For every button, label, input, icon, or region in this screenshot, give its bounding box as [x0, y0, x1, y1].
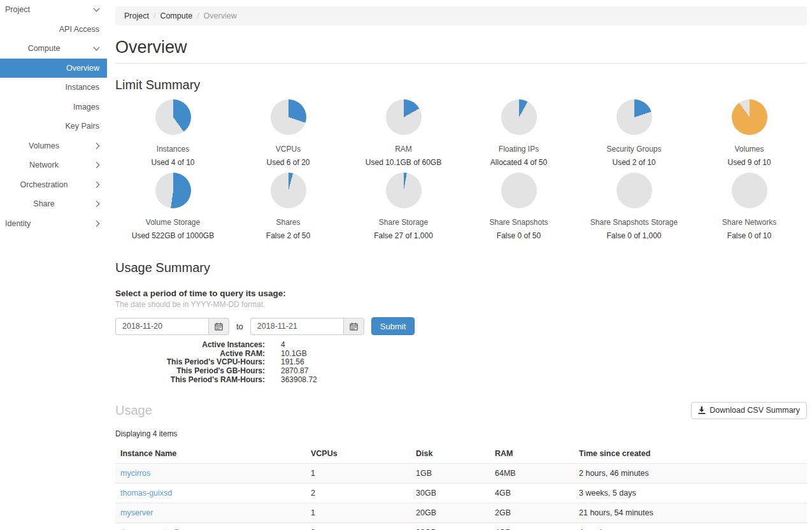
sidebar-item-key-pairs[interactable]: Key Pairs — [0, 117, 107, 136]
breadcrumb-separator: / — [197, 11, 199, 20]
limit-summary-heading: Limit Summary — [115, 78, 807, 92]
chevron-right-icon — [94, 182, 100, 188]
pie-chart — [155, 173, 191, 208]
column-header-instance-name: Instance Name — [115, 444, 306, 464]
limit-gauge-share-snapshots-storage: Share Snapshots StorageFalse 0 of 1,000 — [576, 167, 692, 240]
sidebar-item-volumes[interactable]: Volumes — [0, 136, 107, 156]
usage-heading: Usage — [115, 403, 152, 418]
pie-chart — [732, 173, 767, 208]
sidebar-item-api-access[interactable]: API Access — [0, 20, 107, 39]
period-form-help: The date should be in YYYY-MM-DD format. — [115, 300, 807, 309]
table-cell: 30GB — [411, 483, 490, 503]
table-cell: 1 — [306, 503, 411, 522]
instance-link[interactable]: thomas-guixsd — [115, 483, 306, 503]
pie-chart — [271, 173, 306, 208]
sidebar-item-label: Compute — [28, 44, 61, 53]
chevron-right-icon — [94, 143, 100, 149]
usage-summary-heading: Usage Summary — [115, 261, 807, 275]
sidebar-item-share[interactable]: Share — [0, 194, 107, 214]
pie-caption: Used 9 of 10 — [692, 158, 807, 167]
breadcrumb-overview: Overview — [204, 11, 237, 20]
breadcrumb-project[interactable]: Project — [124, 11, 149, 20]
title-divider — [115, 63, 807, 64]
limit-gauge-floating-ips: Floating IPsAllocated 4 of 50 — [461, 94, 576, 167]
submit-button[interactable]: Submit — [371, 317, 415, 335]
table-cell: 21 hours, 54 minutes — [574, 503, 807, 522]
date-from-input[interactable] — [115, 318, 208, 335]
instance-link[interactable]: thomas_centos7 — [115, 522, 306, 530]
sidebar-item-overview[interactable]: Overview — [0, 59, 107, 78]
pie-chart — [616, 99, 652, 135]
table-cell: 4 weeks — [574, 522, 807, 530]
pie-label: Security Groups — [576, 145, 692, 154]
instance-link[interactable]: myserver — [115, 503, 306, 522]
pie-label: Instances — [115, 145, 231, 154]
pie-caption: False 27 of 1,000 — [346, 231, 461, 240]
pie-chart — [386, 173, 422, 208]
table-cell: 1 — [306, 463, 411, 483]
sidebar-item-images[interactable]: Images — [0, 97, 107, 117]
pie-caption: False 0 of 1,000 — [576, 231, 692, 240]
pie-chart — [155, 99, 191, 135]
sidebar-item-network[interactable]: Network — [0, 155, 107, 175]
chevron-down-icon — [94, 6, 100, 12]
stat-row: This Period's RAM-Hours:363908.72 — [115, 376, 807, 385]
date-to-input[interactable] — [250, 318, 343, 335]
limit-gauge-vcpus: VCPUsUsed 6 of 20 — [231, 94, 346, 167]
stat-row: Active RAM:10.1GB — [115, 350, 807, 359]
chevron-right-icon — [94, 201, 100, 207]
limit-gauge-share-snapshots: Share SnapshotsFalse 0 of 50 — [461, 167, 576, 240]
pie-caption: Allocated 4 of 50 — [461, 158, 576, 167]
table-row: mycirros11GB64MB2 hours, 46 minutes — [115, 463, 807, 483]
pie-label: Floating IPs — [461, 145, 576, 154]
pie-chart — [732, 99, 767, 135]
chevron-right-icon — [94, 220, 100, 227]
stat-row: This Period's VCPU-Hours:191.56 — [115, 358, 807, 367]
sidebar-item-label: Orchestration — [20, 180, 68, 189]
date-from-calendar-button[interactable] — [208, 318, 229, 335]
sidebar-item-project[interactable]: Project — [0, 0, 107, 20]
stat-value: 4 — [281, 341, 285, 350]
limit-gauge-security-groups: Security GroupsUsed 2 of 10 — [576, 94, 692, 167]
stat-label: Active RAM: — [115, 350, 265, 359]
period-form-label: Select a period of time to query its usa… — [115, 289, 807, 298]
stat-value: 363908.72 — [281, 376, 317, 385]
download-csv-button[interactable]: Download CSV Summary — [691, 402, 807, 419]
download-csv-label: Download CSV Summary — [709, 406, 800, 415]
sidebar-item-label: Key Pairs — [66, 122, 100, 131]
limit-gauge-volumes: VolumesUsed 9 of 10 — [692, 94, 807, 167]
usage-table-header: Usage Download CSV Summary — [115, 402, 807, 419]
column-header-ram: RAM — [490, 444, 574, 464]
table-row: myserver120GB2GB21 hours, 54 minutes — [115, 503, 807, 522]
column-header-disk: Disk — [411, 444, 490, 464]
sidebar-item-label: Identity — [5, 219, 31, 228]
sidebar-item-orchestration[interactable]: Orchestration — [0, 175, 107, 195]
usage-table: Instance NameVCPUsDiskRAMTime since crea… — [115, 444, 807, 530]
limit-gauge-instances: InstancesUsed 4 of 10 — [115, 94, 231, 167]
instance-link[interactable]: mycirros — [115, 463, 306, 483]
sidebar-item-compute[interactable]: Compute — [0, 39, 107, 59]
sidebar-item-identity[interactable]: Identity — [0, 214, 107, 234]
stat-value: 2870.87 — [281, 367, 308, 376]
sidebar-item-label: Network — [29, 161, 59, 169]
limit-gauge-share-storage: Share StorageFalse 27 of 1,000 — [346, 167, 461, 240]
breadcrumb: Project/Compute/Overview — [115, 6, 807, 25]
sidebar-item-label: Volumes — [29, 141, 59, 150]
table-count-top: Displaying 4 items — [115, 429, 807, 438]
pie-caption: Used 6 of 20 — [231, 158, 346, 167]
column-header-vcpus: VCPUs — [306, 444, 411, 464]
pie-label: RAM — [346, 145, 461, 154]
pie-label: Share Snapshots Storage — [576, 218, 692, 227]
pie-chart — [271, 99, 306, 135]
sidebar-item-label: Instances — [65, 83, 99, 92]
table-cell: 30GB — [411, 522, 490, 530]
date-to-calendar-button[interactable] — [343, 318, 364, 335]
table-cell: 2 hours, 46 minutes — [574, 463, 807, 483]
date-range-form: to Submit — [115, 317, 807, 335]
pie-caption: False 0 of 10 — [692, 231, 807, 240]
pie-label: Volumes — [692, 145, 807, 154]
breadcrumb-compute[interactable]: Compute — [160, 11, 192, 20]
sidebar-item-instances[interactable]: Instances — [0, 78, 107, 97]
stat-row: This Period's GB-Hours:2870.87 — [115, 367, 807, 376]
pie-label: Volume Storage — [115, 218, 231, 227]
